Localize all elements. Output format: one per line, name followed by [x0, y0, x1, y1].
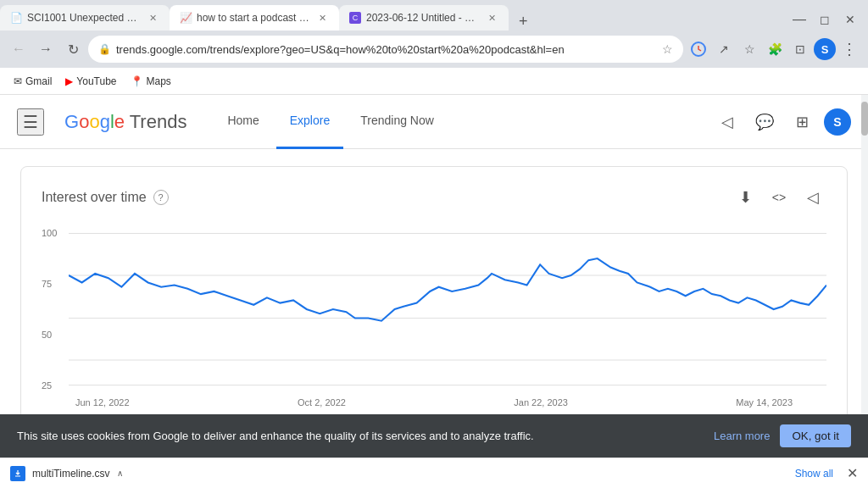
hamburger-menu[interactable]: ☰	[17, 108, 44, 136]
tab-2-favicon: 📈	[180, 12, 192, 24]
show-all-button[interactable]: Show all	[795, 468, 833, 480]
extension-icon[interactable]: 🧩	[763, 37, 787, 61]
tab-1[interactable]: 📄 SCI1001 Unexpected Careers Th... ✕	[0, 5, 170, 30]
window-icon[interactable]: ⊡	[788, 37, 812, 61]
forward-button[interactable]: →	[34, 37, 58, 61]
profile-nav-avatar[interactable]: S	[824, 108, 851, 136]
maps-label: Maps	[147, 75, 171, 87]
download-file-icon	[10, 466, 25, 481]
gmail-favicon: ✉	[14, 75, 22, 87]
new-tab-button[interactable]: +	[512, 13, 535, 30]
minimize-button[interactable]: —	[788, 8, 810, 30]
tab-2[interactable]: 📈 how to start a podcast - Explore ✕	[170, 5, 339, 30]
tab-3[interactable]: C 2023-06-12 Untitled - Copy.ai ✕	[339, 5, 509, 30]
nav-trending[interactable]: Trending Now	[347, 95, 448, 149]
chart-container: 100 75 50 25	[42, 225, 826, 394]
feedback-nav-button[interactable]: 💬	[749, 107, 780, 137]
google-trends-logo: Google Trends	[64, 111, 186, 133]
chart-actions: ⬇ <> ◁	[732, 184, 826, 211]
share-nav-button[interactable]: ◁	[712, 107, 743, 137]
tab-1-title: SCI1001 Unexpected Careers Th...	[27, 12, 141, 24]
profile-avatar[interactable]: S	[814, 38, 836, 60]
tab-3-close[interactable]: ✕	[485, 11, 498, 25]
download-chevron-icon[interactable]: ∧	[117, 469, 123, 478]
x-label-3: Jan 22, 2023	[514, 397, 568, 408]
tab-1-close[interactable]: ✕	[146, 11, 159, 25]
bookmark-maps[interactable]: 📍 Maps	[127, 74, 175, 89]
tab-3-favicon: C	[349, 12, 361, 24]
bookmark-star-icon[interactable]: ☆	[737, 37, 761, 61]
download-close-button[interactable]: ✕	[847, 465, 858, 481]
close-button[interactable]: ✕	[839, 8, 861, 30]
window-controls: — ◻ ✕	[782, 8, 868, 30]
url-field[interactable]: 🔒 trends.google.com/trends/explore?geo=U…	[88, 36, 683, 63]
trends-navbar: ☰ Google Trends Home Explore Trending No…	[0, 95, 868, 149]
cookie-text: This site uses cookies from Google to de…	[17, 430, 704, 442]
tab-bar: 📄 SCI1001 Unexpected Careers Th... ✕ 📈 h…	[0, 0, 868, 30]
y-axis-labels: 100 75 50 25	[42, 225, 57, 394]
x-axis-labels: Jun 12, 2022 Oct 2, 2022 Jan 22, 2023 Ma…	[42, 394, 826, 408]
youtube-label: YouTube	[76, 75, 116, 87]
share-chart-button[interactable]: ◁	[799, 184, 826, 211]
browser-right-icons: ↗ ☆ 🧩 ⊡ S ⋮	[687, 37, 861, 61]
y-label-50: 50	[42, 330, 57, 340]
chart-header: Interest over time ? ⬇ <> ◁	[42, 184, 826, 211]
maps-favicon: 📍	[131, 75, 143, 87]
download-chart-button[interactable]: ⬇	[732, 184, 759, 211]
x-label-2: Oct 2, 2022	[298, 397, 346, 408]
embed-chart-button[interactable]: <>	[765, 184, 793, 211]
x-label-1: Jun 12, 2022	[75, 397, 130, 408]
url-text: trends.google.com/trends/explore?geo=US&…	[116, 43, 657, 56]
bookmarks-bar: ✉ Gmail ▶ YouTube 📍 Maps	[0, 68, 868, 95]
main-content: Interest over time ? ⬇ <> ◁ 100 75 50 25	[0, 149, 868, 442]
nav-right-actions: ◁ 💬 ⊞ S	[712, 107, 851, 137]
chart-title: Interest over time ?	[42, 190, 169, 205]
ok-button[interactable]: OK, got it	[780, 424, 851, 447]
maximize-button[interactable]: ◻	[814, 8, 836, 30]
menu-button[interactable]: ⋮	[837, 37, 861, 61]
tab-2-close[interactable]: ✕	[315, 11, 329, 25]
y-label-100: 100	[42, 228, 57, 238]
tab-1-favicon: 📄	[10, 12, 22, 24]
youtube-favicon: ▶	[65, 75, 73, 87]
reload-button[interactable]: ↻	[61, 37, 85, 61]
gmail-label: Gmail	[25, 75, 52, 87]
download-bar: multiTimeline.csv ∧ Show all ✕	[0, 458, 868, 488]
interest-chart-svg	[69, 225, 826, 394]
tab-3-title: 2023-06-12 Untitled - Copy.ai	[366, 12, 480, 24]
interest-over-time-card: Interest over time ? ⬇ <> ◁ 100 75 50 25	[20, 166, 848, 425]
page-content: ☰ Google Trends Home Explore Trending No…	[0, 95, 868, 458]
back-button[interactable]: ←	[7, 37, 31, 61]
download-filename: multiTimeline.csv	[32, 468, 110, 480]
file-name-text: multiTimeline.csv	[32, 468, 110, 480]
cookie-banner: This site uses cookies from Google to de…	[0, 414, 868, 458]
scrollbar-track[interactable]	[861, 95, 868, 417]
y-label-25: 25	[42, 380, 57, 391]
bookmark-gmail[interactable]: ✉ Gmail	[10, 74, 55, 89]
tab-2-title: how to start a podcast - Explore	[197, 12, 310, 24]
share-icon[interactable]: ↗	[712, 37, 736, 61]
lock-icon: 🔒	[98, 43, 111, 55]
address-bar: ← → ↻ 🔒 trends.google.com/trends/explore…	[0, 30, 868, 68]
bookmark-icon: ☆	[662, 42, 673, 56]
y-label-75: 75	[42, 279, 57, 289]
learn-more-button[interactable]: Learn more	[714, 430, 770, 442]
bookmark-youtube[interactable]: ▶ YouTube	[62, 74, 120, 89]
scrollbar-thumb[interactable]	[861, 102, 868, 136]
x-label-4: May 14, 2023	[736, 397, 793, 408]
cookie-message: This site uses cookies from Google to de…	[17, 430, 534, 442]
apps-nav-button[interactable]: ⊞	[787, 107, 817, 137]
nav-home[interactable]: Home	[214, 95, 272, 149]
google-icon[interactable]	[687, 37, 710, 61]
chart-help-icon[interactable]: ?	[153, 190, 169, 205]
chart-title-text: Interest over time	[42, 190, 147, 205]
browser-chrome: 📄 SCI1001 Unexpected Careers Th... ✕ 📈 h…	[0, 0, 868, 95]
trends-navigation: Home Explore Trending Now	[214, 95, 692, 149]
nav-explore[interactable]: Explore	[276, 95, 343, 149]
